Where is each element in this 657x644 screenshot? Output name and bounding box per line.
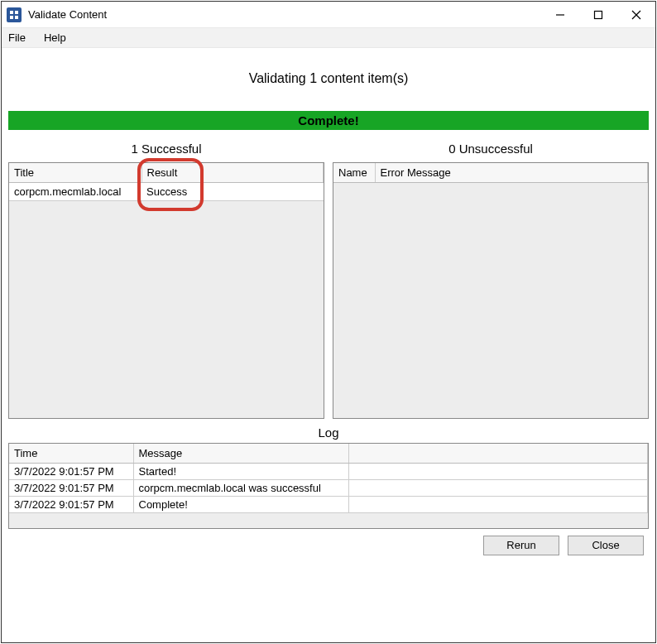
successful-pane: 1 Successful Title Result corpcm.mecmlab… — [8, 133, 324, 419]
title-bar: Validate Content — [2, 2, 655, 28]
close-button[interactable] — [617, 2, 655, 28]
column-header-result[interactable]: Result — [141, 163, 324, 183]
footer: Rerun Close — [8, 529, 649, 559]
column-header-message[interactable]: Message — [133, 444, 348, 464]
svg-rect-5 — [595, 11, 602, 18]
app-icon — [7, 7, 22, 22]
log-grid[interactable]: Time Message 3/7/2022 9:01:57 PM Started… — [8, 443, 649, 529]
log-cell-message: Started! — [133, 464, 348, 480]
log-cell-extra — [348, 480, 648, 497]
cell-title: corpcm.mecmlab.local — [9, 183, 141, 201]
menu-bar: File Help — [2, 28, 655, 48]
status-banner: Complete! — [8, 111, 649, 130]
rerun-button[interactable]: Rerun — [483, 536, 559, 555]
column-header-extra[interactable] — [348, 444, 648, 464]
menu-file[interactable]: File — [7, 30, 27, 46]
close-footer-button[interactable]: Close — [568, 536, 644, 555]
svg-rect-0 — [10, 11, 13, 14]
window-controls — [541, 2, 655, 28]
cell-result: Success — [141, 183, 324, 201]
log-row[interactable]: 3/7/2022 9:01:57 PM corpcm.mecmlab.local… — [9, 480, 648, 497]
results-panes: 1 Successful Title Result corpcm.mecmlab… — [8, 133, 649, 419]
maximize-button[interactable] — [579, 2, 617, 28]
unsuccessful-grid[interactable]: Name Error Message — [333, 162, 649, 419]
log-cell-extra — [348, 497, 648, 513]
log-cell-message: corpcm.mecmlab.local was successful — [133, 480, 348, 497]
column-header-time[interactable]: Time — [9, 444, 133, 464]
successful-grid[interactable]: Title Result corpcm.mecmlab.local Succes… — [8, 162, 324, 419]
log-filler-row — [9, 513, 648, 528]
window-title: Validate Content — [28, 8, 107, 21]
log-row[interactable]: 3/7/2022 9:01:57 PM Complete! — [9, 497, 648, 513]
successful-title: 1 Successful — [8, 133, 324, 162]
log-cell-time: 3/7/2022 9:01:57 PM — [9, 480, 133, 497]
column-header-error[interactable]: Error Message — [375, 163, 648, 183]
status-heading: Validating 1 content item(s) — [8, 56, 649, 111]
table-row[interactable]: corpcm.mecmlab.local Success — [9, 183, 324, 201]
menu-help[interactable]: Help — [42, 30, 68, 46]
log-title: Log — [8, 419, 649, 443]
content-area: Validating 1 content item(s) Complete! 1… — [2, 48, 655, 642]
minimize-button[interactable] — [541, 2, 579, 28]
app-window: Validate Content File Help Validating 1 … — [1, 1, 656, 643]
svg-rect-3 — [15, 16, 18, 19]
column-header-name[interactable]: Name — [333, 163, 375, 183]
unsuccessful-title: 0 Unsuccessful — [333, 133, 649, 162]
log-cell-message: Complete! — [133, 497, 348, 513]
svg-rect-1 — [15, 11, 18, 14]
log-cell-extra — [348, 464, 648, 480]
log-cell-time: 3/7/2022 9:01:57 PM — [9, 497, 133, 513]
log-cell-time: 3/7/2022 9:01:57 PM — [9, 464, 133, 480]
log-row[interactable]: 3/7/2022 9:01:57 PM Started! — [9, 464, 648, 480]
svg-rect-2 — [10, 16, 13, 19]
column-header-title[interactable]: Title — [9, 163, 141, 183]
unsuccessful-pane: 0 Unsuccessful Name Error Message — [333, 133, 649, 419]
